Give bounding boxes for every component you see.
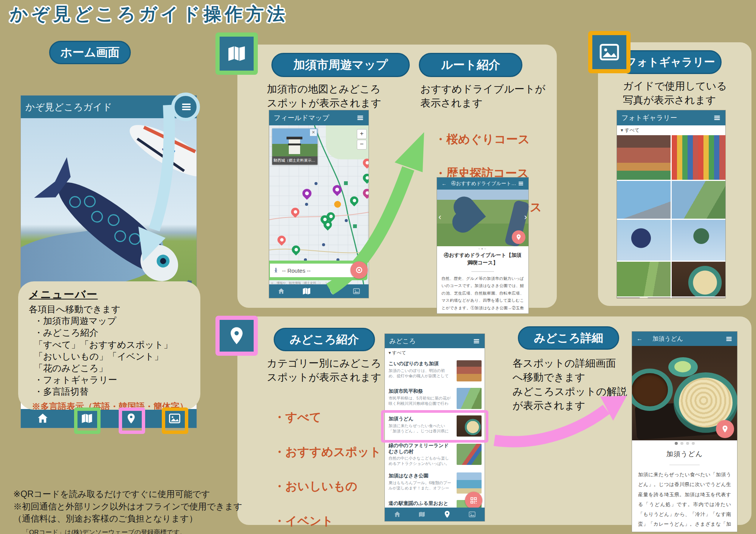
list-item[interactable]: 加須市民平和祭 市民平和祭は、5月初旬に菜の花が咲く利根川河川敷緑地公園で行われ… (385, 385, 485, 413)
popup-caption: 騎西城（郷土史料展示… (272, 156, 318, 165)
menu-icon[interactable] (725, 335, 733, 343)
divider (471, 271, 494, 272)
map-marker-dot (305, 203, 308, 206)
footer-note: ※QRコードを読み取るだけですぐに使用可能です (13, 488, 242, 500)
zoom-in-button[interactable]: + (357, 129, 367, 139)
gallery-photo[interactable] (672, 135, 725, 180)
gallery-icon[interactable] (353, 287, 360, 295)
field-map-description: 加須市の地図とみどころ スポットが表示されます (267, 82, 381, 111)
gallery-icon[interactable] (468, 511, 476, 518)
menu-icon[interactable] (473, 338, 480, 345)
menu-item: 「すべて」「おすすめスポット」 (34, 339, 190, 350)
spot-thumbnail (457, 388, 482, 409)
menu-icon[interactable] (713, 114, 721, 122)
menu-item: ・みどころ紹介 (34, 327, 190, 338)
category-item: ・イベント (274, 512, 381, 530)
trademark-note: 「QRコード」は(株)デンソーウェーブの登録商標です。 (23, 528, 186, 534)
spots-section-icon-box (215, 316, 258, 356)
menu-icon-highlight-ring (171, 93, 200, 121)
gallery-photo[interactable] (672, 220, 725, 261)
detail-phone-title: 加須うどん (652, 335, 725, 343)
category-item: ・おいしいもの (274, 478, 381, 495)
menu-item: ・多言語切替 (34, 386, 190, 397)
spots-filter-dropdown[interactable]: ▾ すべて (385, 348, 485, 358)
locate-button[interactable] (350, 261, 368, 279)
list-item[interactable]: 緑の中のファミリーランドむさしの村 自然の中に小さなこどもから楽しめるアトラクシ… (385, 440, 485, 470)
menu-icon[interactable] (518, 181, 524, 187)
zoom-out-button[interactable]: − (357, 140, 367, 150)
menu-item: ・フォトギャラリー (34, 374, 190, 386)
udon-photo (632, 346, 737, 440)
map-icon[interactable] (302, 286, 311, 296)
home-icon[interactable] (36, 412, 49, 425)
gallery-filter-dropdown[interactable]: ▾ すべて (617, 125, 725, 135)
show-on-map-button[interactable] (512, 230, 525, 244)
pin-icon-highlight-pink (119, 407, 145, 434)
back-icon[interactable]: ← (442, 181, 446, 187)
map-marker-dot[interactable] (334, 201, 341, 208)
gallery-phone-screenshot: フォトギャラリー ▾ すべて (617, 110, 725, 298)
show-on-map-button[interactable] (716, 420, 734, 438)
map-marker-dot (322, 243, 325, 246)
map-marker-dot (345, 219, 348, 222)
home-icon[interactable] (393, 511, 401, 518)
spots-bottom-nav (385, 508, 485, 521)
list-item[interactable]: こいのぼりのまち加須 加須のこいのぼりは、明治の初め、提灯や傘の職人が副業として… (385, 357, 485, 385)
gallery-photo[interactable] (672, 298, 725, 298)
gallery-photo[interactable] (617, 135, 671, 180)
detail-body: 加須に来たらぜったい食べたい「加須うどん」。じつは香川県に次いでうどん生産量を誇… (638, 470, 731, 530)
divider (669, 465, 700, 465)
detail-phone-header: ← 加須うどん (632, 332, 737, 346)
gallery-photo[interactable] (617, 298, 671, 298)
routes-dropdown-value: -- Routes -- (282, 267, 358, 274)
spot-thumbnail (457, 444, 482, 465)
carousel-prev-icon[interactable]: ‹ (438, 212, 441, 222)
map-canvas[interactable]: 騎西城（郷土史料展示… × + − -- Routes -- ▼ ※…情報や、観… (269, 125, 369, 284)
gallery-photo[interactable] (617, 220, 671, 261)
gallery-phone-header: フォトギャラリー (617, 110, 725, 125)
route-detail-body: 自然、歴史、グルメ等の加須市の魅力いっぱいのコースです。加須はなさき公園では、鯉… (442, 275, 524, 312)
menu-item: ・加須市周遊マップ (34, 315, 190, 327)
menu-icon[interactable] (356, 114, 364, 122)
carousel-next-icon[interactable]: › (524, 212, 527, 222)
gallery-photo[interactable] (672, 181, 725, 219)
close-icon[interactable]: × (310, 129, 317, 136)
gallery-photo[interactable] (617, 181, 671, 219)
qr-icon (469, 496, 478, 505)
map-icon[interactable] (418, 511, 426, 518)
heart-pond (456, 201, 486, 230)
menu-item: 「花のみどころ」 (34, 362, 190, 374)
qr-button[interactable] (465, 492, 482, 509)
guide-page: かぞ見どころガイド操作方法 ホーム画面 かぞ見どころガイド (0, 0, 756, 534)
detail-phone-screenshot: ← 加須うどん 加須うどん 加須に来たらぜっ (632, 332, 737, 532)
spot-detail-description: 各スポットの詳細画面 へ移動できます みどころスポットの解説 が表示されます (513, 357, 627, 413)
map-icon-highlight-green (74, 407, 101, 434)
home-phone-header: かぞ見どころガイド (21, 96, 197, 118)
map-icon (226, 43, 248, 65)
spots-intro-description: カテゴリー別にみどころ スポットが表示されます (267, 357, 381, 385)
spot-detail-label: みどころ詳細 (518, 326, 619, 350)
page-title: かぞ見どころガイド操作方法 (10, 2, 288, 26)
gallery-phone-title: フォトギャラリー (621, 113, 713, 122)
field-map-phone-screenshot: フィールドマップ (269, 110, 369, 298)
gallery-photo[interactable] (672, 262, 725, 296)
carousel-dots: ○●○ (437, 247, 528, 250)
pin-icon (721, 425, 729, 433)
gallery-photo[interactable] (617, 262, 671, 296)
carousel-dots (632, 442, 737, 445)
pin-icon[interactable] (328, 287, 336, 295)
pin-icon (226, 326, 247, 346)
back-icon[interactable]: ← (637, 335, 643, 342)
map-spot-popup[interactable]: 騎西城（郷土史料展示… × (272, 128, 318, 165)
home-icon[interactable] (277, 287, 285, 295)
route-intro-description: おすすめドライブルートが 表示されます (420, 82, 545, 111)
pin-icon[interactable] (443, 510, 451, 519)
photo-gallery-description: ガイドで使用している 写真が表示されます (623, 79, 727, 108)
category-item: ・すべて (274, 409, 381, 426)
menu-item: 「おいしいもの」「イベント」 (34, 350, 190, 362)
spots-phone-header: みどころ (385, 334, 485, 348)
field-map-title: フィールドマップ (274, 113, 356, 122)
footer-note: ※初回通信と外部リンク以外はオフラインで使用できます (13, 500, 242, 513)
course-item: ・桜めぐりコース (435, 131, 542, 148)
route-phone-header: ← ④おすすめドライブルート… (437, 177, 528, 190)
